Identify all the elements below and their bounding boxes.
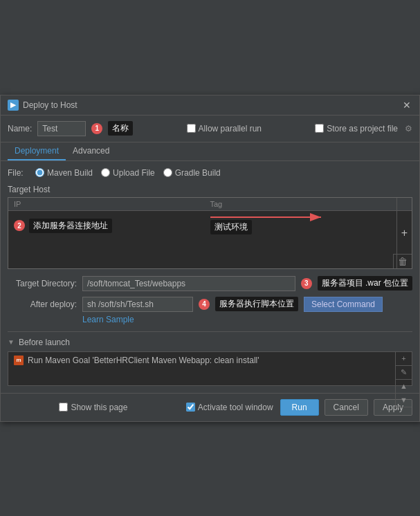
store-project-text: Store as project file (327, 124, 398, 133)
store-project-checkbox[interactable] (315, 124, 324, 133)
settings-gear-icon[interactable]: ⚙ (405, 124, 412, 133)
name-label: Name: (8, 124, 32, 133)
upload-file-radio[interactable] (101, 168, 110, 177)
host-table: IP Tag + 2 添加服务器连接地址 (8, 197, 412, 269)
launch-up-button[interactable]: ▲ (396, 380, 412, 394)
annotation-server: 添加服务器连接地址 (29, 219, 112, 233)
allow-parallel-label: Allow parallel run (187, 124, 262, 133)
file-row: File: Maven Build Upload File Gradle Bui… (8, 168, 412, 178)
host-table-empty (14, 237, 406, 264)
after-deploy-row: After deploy: 4 服务器执行脚本位置 Select Command (8, 297, 412, 312)
maven-build-option[interactable]: Maven Build (35, 168, 93, 178)
launch-list: m Run Maven Goal 'BetterHRClient Maven W… (8, 351, 412, 386)
launch-edit-button[interactable]: ✎ (396, 366, 412, 380)
run-button[interactable]: Run (280, 399, 319, 416)
upload-file-option[interactable]: Upload File (101, 168, 155, 178)
host-table-wrapper: IP Tag + 2 添加服务器连接地址 (8, 197, 412, 269)
annotation-name: 名称 (108, 121, 133, 136)
tab-deployment[interactable]: Deployment (8, 142, 66, 160)
activate-tool-label: Activate tool window (186, 403, 273, 412)
close-button[interactable]: ✕ (401, 100, 412, 111)
launch-item: m Run Maven Goal 'BetterHRClient Maven W… (8, 352, 412, 369)
col-tag-header: Tag (210, 200, 407, 208)
annotation-dir: 服务器项目 .war 包位置 (318, 276, 412, 291)
badge-3: 3 (301, 278, 312, 289)
badge-2: 2 (14, 220, 25, 231)
show-page-text: Show this page (71, 403, 127, 412)
show-page-checkbox[interactable] (59, 403, 68, 412)
gradle-build-radio[interactable] (163, 168, 172, 177)
tabs: Deployment Advanced (1, 142, 419, 161)
activate-tool-text: Activate tool window (198, 403, 273, 412)
col-ip-header: IP (14, 200, 210, 208)
after-deploy-label: After deploy: (8, 300, 77, 309)
bottom-right: Run Cancel Apply (280, 399, 412, 416)
maven-item-text: Run Maven Goal 'BetterHRClient Maven Web… (28, 356, 259, 365)
badge-4: 4 (199, 299, 210, 310)
host-table-header: IP Tag + (8, 198, 412, 211)
target-host-section: Target Host IP Tag + 2 添加服务器连接地址 (8, 185, 412, 269)
maven-build-radio[interactable] (35, 168, 44, 177)
target-host-label: Target Host (8, 185, 412, 194)
show-page-label: Show this page (59, 403, 127, 412)
gradle-build-label: Gradle Build (175, 168, 221, 178)
maven-build-label: Maven Build (47, 168, 93, 178)
host-table-body: 2 添加服务器连接地址 (8, 211, 412, 268)
target-dir-row: Target Directory: 3 服务器项目 .war 包位置 (8, 276, 412, 291)
target-dir-label: Target Directory: (8, 279, 77, 288)
deploy-icon: ▶ (8, 100, 19, 111)
store-project-label: Store as project file (315, 124, 398, 133)
maven-icon: m (14, 356, 24, 365)
annotation-tag: 测试环境 (210, 220, 252, 234)
launch-side-buttons: + ✎ ▲ ▼ (395, 352, 412, 407)
dialog-title: Deploy to Host (23, 100, 77, 110)
launch-add-button[interactable]: + (396, 352, 412, 366)
launch-down-button[interactable]: ▼ (396, 394, 412, 407)
title-bar-left: ▶ Deploy to Host (8, 100, 77, 111)
badge-1: 1 (91, 123, 102, 134)
after-deploy-input[interactable] (82, 297, 193, 312)
name-input[interactable] (37, 121, 86, 136)
title-bar: ▶ Deploy to Host ✕ (1, 95, 419, 116)
target-dir-input[interactable] (82, 276, 295, 291)
collapse-triangle-icon[interactable]: ▼ (8, 338, 15, 346)
dialog: ▶ Deploy to Host ✕ Name: 1 名称 Allow para… (0, 95, 420, 422)
activate-tool-checkbox[interactable] (186, 403, 195, 412)
allow-parallel-text: Allow parallel run (199, 124, 262, 133)
before-launch-header: ▼ Before launch (8, 338, 412, 347)
name-row: Name: 1 名称 Allow parallel run Store as p… (1, 116, 419, 142)
cancel-button[interactable]: Cancel (325, 399, 368, 416)
allow-parallel-checkbox[interactable] (187, 124, 196, 133)
before-launch-label: Before launch (19, 338, 70, 347)
upload-file-label: Upload File (113, 168, 155, 178)
host-row: 2 添加服务器连接地址 (14, 215, 406, 237)
file-label: File: (8, 168, 27, 178)
before-launch-section: ▼ Before launch m Run Maven Goal 'Better… (8, 331, 412, 386)
learn-sample-link[interactable]: Learn Sample (82, 315, 134, 324)
gradle-build-option[interactable]: Gradle Build (163, 168, 221, 178)
bottom-bar: Show this page Activate tool window Run … (1, 393, 419, 421)
main-content: File: Maven Build Upload File Gradle Bui… (1, 161, 419, 393)
host-delete-button[interactable]: 🗑 (393, 254, 412, 268)
select-command-button[interactable]: Select Command (304, 297, 383, 312)
tab-advanced[interactable]: Advanced (66, 142, 116, 160)
annotation-script: 服务器执行脚本位置 (215, 297, 298, 311)
bottom-left: Show this page Activate tool window (8, 403, 273, 412)
